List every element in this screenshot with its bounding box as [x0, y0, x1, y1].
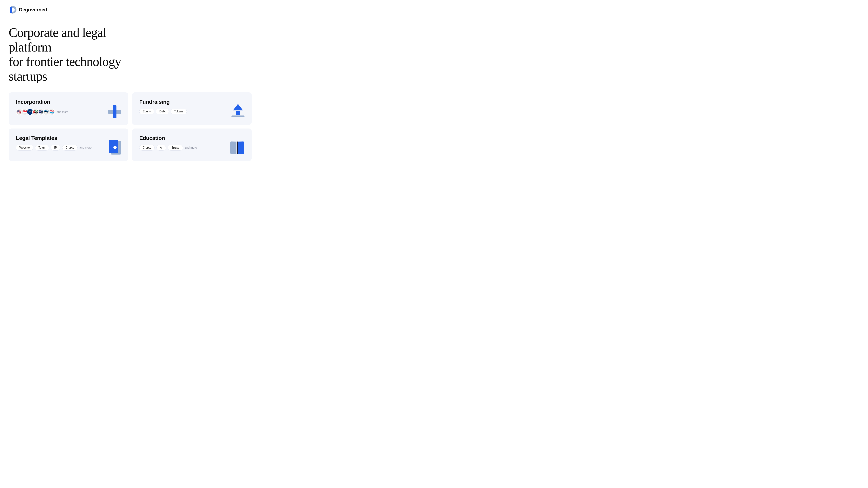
card-content: Incorporation 🇺🇸 🇸🇬 🏴 🇦🇪 🇻🇬 🇪🇪 🇱🇺 and mo… [16, 99, 121, 115]
brand-name: Degoverned [19, 7, 47, 13]
plus-icon [108, 105, 121, 119]
incorporation-title: Incorporation [16, 99, 50, 105]
education-title: Education [139, 135, 165, 141]
flag-lu: 🇱🇺 [49, 109, 55, 115]
document-icon [109, 140, 121, 155]
fundraising-tags: Equity Debt Tokens [139, 109, 245, 115]
svg-rect-1 [10, 7, 12, 13]
fundraising-icon [231, 104, 245, 119]
tag-space: Space [168, 145, 183, 151]
legal-templates-card[interactable]: Legal Templates Website Team IP Crypto a… [9, 129, 128, 161]
education-tags: Crypto AI Space and more [139, 145, 245, 151]
incorporation-icon [108, 105, 121, 119]
tag-ai: AI [156, 145, 166, 151]
header: Degoverned [9, 6, 252, 14]
card-header: Fundraising [139, 99, 245, 105]
card-content: Fundraising Equity Debt Tokens [139, 99, 245, 115]
education-card[interactable]: Education Crypto AI Space and more [132, 129, 252, 161]
card-content: Legal Templates Website Team IP Crypto a… [16, 135, 121, 151]
logo-icon [9, 6, 17, 14]
tag-team: Team [35, 145, 49, 151]
education-icon [230, 141, 245, 155]
legal-templates-more: and more [80, 146, 92, 149]
education-more: and more [185, 146, 197, 149]
legal-templates-title: Legal Templates [16, 135, 57, 141]
card-header: Education [139, 135, 245, 141]
fundraising-title: Fundraising [139, 99, 169, 105]
card-header: Legal Templates [16, 135, 121, 141]
tag-tokens: Tokens [171, 109, 187, 115]
incorporation-card[interactable]: Incorporation 🇺🇸 🇸🇬 🏴 🇦🇪 🇻🇬 🇪🇪 🇱🇺 and mo… [9, 92, 128, 125]
tag-debt: Debt [156, 109, 169, 115]
flags-more-label: and more [57, 110, 68, 113]
tag-equity: Equity [139, 109, 154, 115]
card-header: Incorporation [16, 99, 121, 105]
card-content: Education Crypto AI Space and more [139, 135, 245, 151]
upload-icon [231, 104, 245, 119]
page-wrapper: Degoverned Corporate and legal platform … [0, 0, 260, 170]
flags-row: 🇺🇸 🇸🇬 🏴 🇦🇪 🇻🇬 🇪🇪 🇱🇺 and more [16, 109, 121, 115]
book-icon [230, 141, 245, 155]
hero-title: Corporate and legal platform for frontie… [9, 25, 150, 84]
hero-section: Corporate and legal platform for frontie… [9, 25, 252, 84]
tag-ip: IP [51, 145, 60, 151]
tag-crypto-edu: Crypto [139, 145, 155, 151]
fundraising-card[interactable]: Fundraising Equity Debt Tokens [132, 92, 252, 125]
legal-templates-icon [109, 140, 121, 155]
legal-templates-tags: Website Team IP Crypto and more [16, 145, 121, 151]
cards-grid: Incorporation 🇺🇸 🇸🇬 🏴 🇦🇪 🇻🇬 🇪🇪 🇱🇺 and mo… [9, 92, 252, 161]
tag-website: Website [16, 145, 33, 151]
tag-crypto: Crypto [62, 145, 78, 151]
